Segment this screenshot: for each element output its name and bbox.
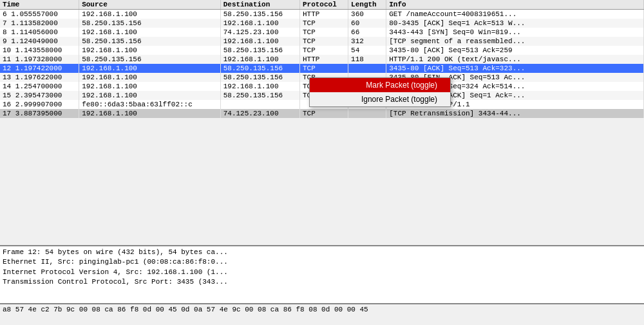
table-row[interactable]: 11 1.19732800058.250.135.156192.168.1.10…: [0, 55, 644, 64]
detail-line: Transmission Control Protocol, Src Port:…: [3, 277, 641, 287]
table-row[interactable]: 17 3.887395000192.168.1.10074.125.23.100…: [0, 109, 644, 118]
detail-lines: Frame 12: 54 bytes on wire (432 bits), 5…: [3, 248, 641, 288]
col-header-info: Info: [386, 0, 644, 10]
menu-item-mark-packet-(toggle)[interactable]: Mark Packet (toggle): [310, 78, 450, 92]
hex-panel: a8 57 4e c2 7b 9c 00 08 ca 86 f8 0d 00 4…: [0, 303, 644, 322]
col-header-length: Length: [348, 0, 386, 10]
table-row[interactable]: 9 1.12404900058.250.135.156192.168.1.100…: [0, 37, 644, 46]
table-row[interactable]: 8 1.114056000192.168.1.10074.125.23.100T…: [0, 28, 644, 37]
packet-list-area: Time Source Destination Protocol Length …: [0, 0, 644, 245]
table-row[interactable]: 6 1.055557000192.168.1.10058.250.135.156…: [0, 10, 644, 19]
detail-line: Ethernet II, Src: pinginglab-pc1 (00:08:…: [3, 257, 641, 267]
menu-label-0: Mark Packet (toggle): [366, 81, 437, 90]
menu-item-ignore-packet-(toggle)[interactable]: Ignore Packet (toggle): [310, 92, 450, 106]
context-menu: Mark Packet (toggle)Ignore Packet (toggl…: [309, 77, 451, 107]
col-header-destination: Destination: [220, 0, 299, 10]
col-header-protocol: Protocol: [299, 0, 348, 10]
detail-line: Internet Protocol Version 4, Src: 192.16…: [3, 268, 641, 277]
col-header-time: Time: [0, 0, 79, 10]
menu-label-1: Ignore Packet (toggle): [361, 95, 437, 104]
table-header-row: Time Source Destination Protocol Length …: [0, 0, 644, 10]
table-row[interactable]: 10 1.143558000192.168.1.10058.250.135.15…: [0, 46, 644, 55]
table-row[interactable]: 12 1.197422000192.168.1.10058.250.135.15…: [0, 64, 644, 73]
table-row[interactable]: 7 1.11358200058.250.135.156192.168.1.100…: [0, 19, 644, 28]
detail-panel: Frame 12: 54 bytes on wire (432 bits), 5…: [0, 245, 644, 303]
detail-line: Frame 12: 54 bytes on wire (432 bits), 5…: [3, 248, 641, 257]
hex-content: a8 57 4e c2 7b 9c 00 08 ca 86 f8 0d 00 4…: [3, 306, 641, 313]
col-header-source: Source: [79, 0, 221, 10]
